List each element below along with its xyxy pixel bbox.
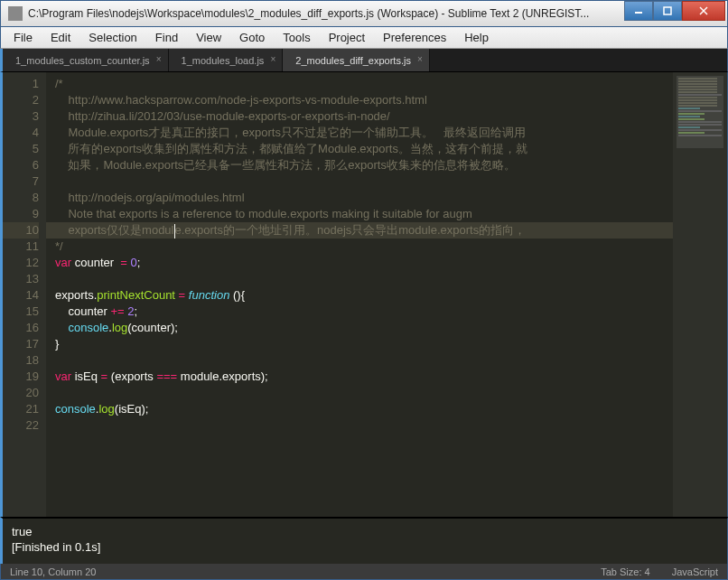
status-position[interactable]: Line 10, Column 20 (10, 566, 96, 577)
code-area[interactable]: /* http://www.hacksparrow.com/node-js-ex… (46, 72, 673, 517)
output-line: true (12, 524, 718, 539)
svg-rect-1 (664, 7, 671, 14)
app-icon (8, 6, 23, 21)
code-line[interactable] (46, 173, 673, 190)
line-number: 6 (3, 157, 39, 173)
line-number: 5 (3, 141, 39, 157)
code-line[interactable]: console.log(isEq); (46, 401, 673, 417)
code-line[interactable]: console.log(counter); (46, 320, 673, 336)
line-number: 19 (3, 369, 39, 385)
minimap[interactable] (673, 72, 727, 517)
menu-project[interactable]: Project (320, 29, 374, 46)
code-line[interactable]: var counter = 0; (46, 255, 673, 271)
line-number: 13 (3, 271, 39, 287)
line-number: 2 (3, 92, 39, 108)
build-output[interactable]: true [Finished in 0.1s] (0, 517, 728, 564)
line-number: 3 (3, 108, 39, 125)
code-line[interactable]: */ (46, 239, 673, 255)
tab-close-icon[interactable]: × (268, 55, 277, 64)
line-number: 12 (3, 255, 39, 271)
tab-close-icon[interactable]: × (154, 55, 163, 64)
menu-help[interactable]: Help (455, 29, 498, 46)
line-gutter: 12345678910111213141516171819202122 (3, 72, 46, 517)
code-line[interactable]: /* (46, 76, 673, 92)
menu-file[interactable]: File (5, 29, 42, 46)
line-number: 16 (3, 320, 39, 336)
line-number: 1 (3, 76, 39, 92)
code-line[interactable]: counter += 2; (46, 304, 673, 320)
menu-view[interactable]: View (187, 29, 230, 46)
close-button[interactable] (682, 1, 725, 21)
minimap-viewport[interactable] (677, 76, 723, 148)
line-number: 15 (3, 304, 39, 320)
line-number: 9 (3, 206, 39, 222)
line-number: 10 (3, 222, 39, 239)
tab[interactable]: 2_modules_diff_exports.js× (283, 49, 430, 71)
code-line[interactable]: exports.printNextCount = function (){ (46, 287, 673, 304)
line-number: 11 (3, 239, 39, 255)
tab-label: 1_modules_load.js (182, 55, 265, 66)
line-number: 4 (3, 125, 39, 141)
line-number: 20 (3, 385, 39, 401)
code-line[interactable] (46, 385, 673, 401)
status-language[interactable]: JavaScript (672, 566, 718, 577)
line-number: 8 (3, 190, 39, 206)
code-line[interactable]: Module.exports才是真正的接口，exports只不过是它的一个辅助工… (46, 125, 673, 141)
code-line[interactable]: } (46, 336, 673, 352)
code-line[interactable] (46, 271, 673, 287)
line-number: 14 (3, 287, 39, 304)
menu-edit[interactable]: Edit (42, 29, 79, 46)
menu-find[interactable]: Find (146, 29, 187, 46)
title-bar[interactable]: C:\Program Files\nodejs\Workspace\module… (0, 0, 728, 27)
menu-preferences[interactable]: Preferences (374, 29, 455, 46)
output-line: [Finished in 0.1s] (12, 539, 718, 555)
minimize-button[interactable] (624, 1, 653, 21)
tab[interactable]: 1_modules_custom_counter.js× (3, 49, 169, 71)
editor[interactable]: 12345678910111213141516171819202122 /* h… (0, 72, 728, 517)
menu-tools[interactable]: Tools (274, 29, 319, 46)
menu-goto[interactable]: Goto (230, 29, 274, 46)
menu-selection[interactable]: Selection (79, 29, 145, 46)
tab[interactable]: 1_modules_load.js× (169, 49, 284, 71)
window-controls (624, 1, 725, 21)
status-bar: Line 10, Column 20 Tab Size: 4 JavaScrip… (0, 564, 728, 580)
status-tab-size[interactable]: Tab Size: 4 (601, 566, 649, 577)
code-line[interactable]: http://nodejs.org/api/modules.html (46, 190, 673, 206)
line-number: 21 (3, 401, 39, 417)
line-number: 22 (3, 417, 39, 434)
code-line[interactable]: http://www.hacksparrow.com/node-js-expor… (46, 92, 673, 108)
menu-bar: FileEditSelectionFindViewGotoToolsProjec… (0, 27, 728, 49)
tab-label: 1_modules_custom_counter.js (15, 55, 150, 66)
code-line[interactable] (46, 352, 673, 369)
code-line[interactable]: http://zihua.li/2012/03/use-module-expor… (46, 108, 673, 125)
code-line[interactable]: exports仅仅是module.exports的一个地址引用。nodejs只会… (46, 222, 673, 239)
code-line[interactable]: 如果，Module.exports已经具备一些属性和方法，那么exports收集… (46, 157, 673, 173)
code-line[interactable]: Note that exports is a reference to modu… (46, 206, 673, 222)
window-title: C:\Program Files\nodejs\Workspace\module… (28, 7, 727, 20)
code-line[interactable] (46, 417, 673, 434)
line-number: 7 (3, 173, 39, 190)
code-line[interactable]: var isEq = (exports === module.exports); (46, 369, 673, 385)
line-number: 18 (3, 352, 39, 369)
code-line[interactable]: 所有的exports收集到的属性和方法，都赋值给了Module.exports。… (46, 141, 673, 157)
tab-label: 2_modules_diff_exports.js (295, 55, 411, 66)
maximize-button[interactable] (653, 1, 682, 21)
tab-bar: 1_modules_custom_counter.js×1_modules_lo… (0, 49, 728, 72)
line-number: 17 (3, 336, 39, 352)
tab-close-icon[interactable]: × (415, 55, 425, 64)
